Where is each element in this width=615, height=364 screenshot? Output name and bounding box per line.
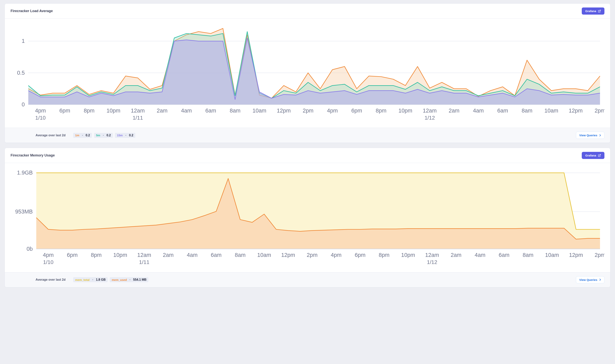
pill-dot: • xyxy=(130,278,131,281)
svg-text:8pm: 8pm xyxy=(91,252,102,258)
svg-text:1/10: 1/10 xyxy=(35,115,46,121)
svg-text:1: 1 xyxy=(22,38,25,44)
svg-text:0.5: 0.5 xyxy=(17,70,25,76)
svg-text:10pm: 10pm xyxy=(107,107,120,114)
pill-key: 1m xyxy=(75,134,79,137)
svg-text:0: 0 xyxy=(22,101,25,107)
view-queries-button[interactable]: View Queries xyxy=(576,276,604,283)
card-title: Firecracker Memory Usage xyxy=(11,153,55,157)
svg-text:4pm: 4pm xyxy=(35,107,46,114)
svg-text:8am: 8am xyxy=(522,107,532,114)
svg-text:10am: 10am xyxy=(253,107,266,114)
svg-text:0b: 0b xyxy=(27,246,33,252)
svg-text:6am: 6am xyxy=(205,107,216,114)
svg-text:6am: 6am xyxy=(497,107,508,114)
svg-text:4am: 4am xyxy=(473,107,484,114)
pill-key: mem_total xyxy=(75,278,90,281)
memory-usage-card: Firecracker Memory Usage Grafana 0b953MB… xyxy=(5,148,610,287)
svg-text:2am: 2am xyxy=(451,252,462,258)
svg-text:8am: 8am xyxy=(235,252,246,258)
grafana-button-label: Grafana xyxy=(585,9,596,13)
chart-zone: 0b953MB1.9GB4pm6pm8pm10pm12am2am4am6am8a… xyxy=(5,163,610,272)
svg-text:10pm: 10pm xyxy=(401,252,415,258)
pill-value: 554.1 MB xyxy=(133,278,147,281)
svg-text:8pm: 8pm xyxy=(379,252,390,258)
svg-line-35 xyxy=(599,154,601,156)
grafana-button[interactable]: Grafana xyxy=(582,152,604,159)
svg-text:4am: 4am xyxy=(181,107,192,114)
chart-zone: 00.514pm6pm8pm10pm12am2am4am6am8am10am12… xyxy=(5,19,610,128)
svg-text:1.9GB: 1.9GB xyxy=(17,170,33,176)
svg-text:12pm: 12pm xyxy=(569,252,583,258)
pill-dot: • xyxy=(92,278,93,281)
svg-text:8am: 8am xyxy=(230,107,240,114)
svg-text:6pm: 6pm xyxy=(355,252,366,258)
summary-pill-5m: 5m • 0.2 xyxy=(94,133,113,138)
summary-label: Average over last 2d xyxy=(36,278,66,281)
svg-text:12am: 12am xyxy=(137,252,151,258)
pill-value: 0.2 xyxy=(86,134,90,137)
footer-left: Average over last 2d 1m • 0.2 5m • 0.2 1… xyxy=(36,133,137,138)
pill-value: 0.2 xyxy=(107,134,111,137)
svg-text:6am: 6am xyxy=(211,252,222,258)
svg-text:2pm: 2pm xyxy=(307,252,317,258)
summary-pill-1m: 1m • 0.2 xyxy=(73,133,92,138)
svg-text:12am: 12am xyxy=(131,107,145,114)
card-header: Firecracker Memory Usage Grafana xyxy=(5,148,610,163)
svg-text:4pm: 4pm xyxy=(43,252,54,258)
grafana-button-label: Grafana xyxy=(585,154,596,157)
svg-text:10am: 10am xyxy=(257,252,271,258)
summary-pills: 1m • 0.2 5m • 0.2 15m • 0.2 xyxy=(73,133,137,138)
svg-text:1/11: 1/11 xyxy=(133,115,143,121)
svg-text:2pm: 2pm xyxy=(595,107,604,114)
summary-label: Average over last 2d xyxy=(36,134,66,137)
grafana-button[interactable]: Grafana xyxy=(582,8,604,14)
svg-text:1/12: 1/12 xyxy=(427,259,437,265)
svg-text:12pm: 12pm xyxy=(281,252,295,258)
card-footer: Average over last 2d mem_total • 1.8 GB … xyxy=(5,272,610,287)
pill-value: 1.8 GB xyxy=(96,278,106,281)
pill-dot: • xyxy=(103,134,104,137)
svg-text:12am: 12am xyxy=(425,252,439,258)
pill-dot: • xyxy=(125,134,126,137)
svg-text:953MB: 953MB xyxy=(15,208,33,215)
external-link-icon xyxy=(598,154,601,157)
load-average-card: Firecracker Load Average Grafana 00.514p… xyxy=(5,3,610,143)
pill-value: 0.2 xyxy=(129,134,133,137)
card-header: Firecracker Load Average Grafana xyxy=(5,4,610,19)
svg-text:10pm: 10pm xyxy=(113,252,127,258)
svg-text:4am: 4am xyxy=(475,252,485,258)
svg-text:4pm: 4pm xyxy=(331,252,342,258)
card-footer: Average over last 2d 1m • 0.2 5m • 0.2 1… xyxy=(5,128,610,143)
svg-text:6pm: 6pm xyxy=(59,107,70,114)
view-queries-button[interactable]: View Queries xyxy=(576,132,604,139)
memory-usage-chart: 0b953MB1.9GB4pm6pm8pm10pm12am2am4am6am8a… xyxy=(11,168,604,270)
svg-text:12pm: 12pm xyxy=(569,107,583,114)
card-title: Firecracker Load Average xyxy=(11,9,53,13)
svg-text:6am: 6am xyxy=(499,252,509,258)
view-queries-label: View Queries xyxy=(579,278,597,281)
pill-key: mem_used xyxy=(112,278,127,281)
svg-text:8pm: 8pm xyxy=(84,107,95,114)
pill-key: 5m xyxy=(96,134,100,137)
load-average-chart: 00.514pm6pm8pm10pm12am2am4am6am8am10am12… xyxy=(11,24,604,126)
svg-text:12pm: 12pm xyxy=(277,107,291,114)
summary-pill-mem-total: mem_total • 1.8 GB xyxy=(73,277,108,282)
svg-text:10am: 10am xyxy=(545,107,558,114)
svg-text:6pm: 6pm xyxy=(67,252,78,258)
view-queries-label: View Queries xyxy=(579,134,597,137)
svg-text:2pm: 2pm xyxy=(303,107,314,114)
svg-text:8am: 8am xyxy=(522,252,533,258)
svg-text:2pm: 2pm xyxy=(595,252,604,258)
chevron-right-icon xyxy=(599,134,601,136)
svg-text:1/11: 1/11 xyxy=(139,259,150,265)
svg-text:10pm: 10pm xyxy=(398,107,412,114)
summary-pill-mem-used: mem_used • 554.1 MB xyxy=(110,277,148,282)
svg-text:1/12: 1/12 xyxy=(424,115,435,121)
svg-text:10am: 10am xyxy=(545,252,559,258)
external-link-icon xyxy=(598,10,601,13)
pill-dot: • xyxy=(82,134,83,137)
svg-text:12am: 12am xyxy=(423,107,437,114)
svg-text:4pm: 4pm xyxy=(327,107,338,114)
summary-pill-15m: 15m • 0.2 xyxy=(115,133,135,138)
